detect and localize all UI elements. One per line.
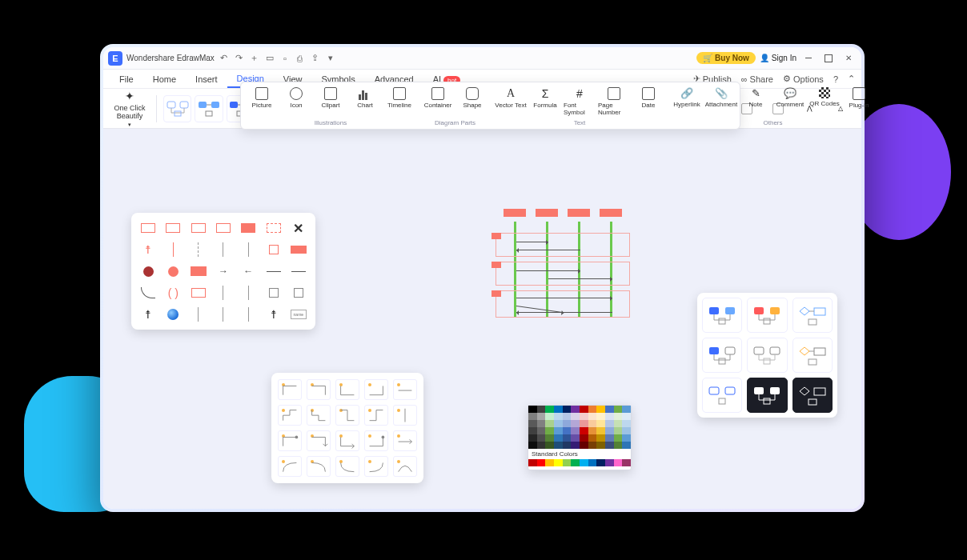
shape-vline-red[interactable] <box>163 241 183 258</box>
shape-vline-t[interactable] <box>213 284 234 302</box>
color-swatch[interactable] <box>605 427 614 434</box>
color-swatch[interactable] <box>622 420 631 427</box>
insert-hyperlink[interactable]: 🔗Hyperlink <box>671 84 703 109</box>
shape-frame-2[interactable] <box>163 219 183 237</box>
shape-vline-g[interactable] <box>188 306 209 323</box>
window-minimize-button[interactable] <box>800 51 817 66</box>
color-swatch[interactable] <box>545 413 554 420</box>
color-swatch[interactable] <box>554 442 563 449</box>
color-swatch[interactable] <box>554 427 563 434</box>
color-swatch[interactable] <box>588 406 597 413</box>
conn-16[interactable] <box>278 456 302 477</box>
theme-card-7[interactable] <box>702 378 742 413</box>
color-swatch[interactable] <box>571 413 580 420</box>
theme-card-3[interactable] <box>792 298 833 333</box>
color-swatch[interactable] <box>545 427 554 434</box>
color-swatch[interactable] <box>614 434 623 442</box>
color-swatch[interactable] <box>614 442 623 449</box>
color-swatch[interactable] <box>580 420 588 427</box>
color-swatch[interactable] <box>545 434 554 442</box>
theme-style-2[interactable] <box>195 95 223 122</box>
shape-actor-icon[interactable]: ☨ <box>138 241 158 258</box>
shape-actor-2[interactable]: ☨ <box>138 306 158 323</box>
insert-shape[interactable]: Shape <box>456 84 488 109</box>
insert-attachment[interactable]: 📎Attachment <box>705 84 737 109</box>
insert-clipart[interactable]: Clipart <box>315 84 347 109</box>
color-swatch[interactable] <box>571 434 580 442</box>
insert-comment[interactable]: 💬Comment <box>774 84 806 109</box>
shape-globe[interactable] <box>163 306 183 323</box>
insert-plugin[interactable]: Plug-in <box>843 84 875 109</box>
color-swatch[interactable] <box>622 427 631 434</box>
insert-chart[interactable]: Chart <box>349 84 381 109</box>
share-button[interactable]: ∞Share <box>741 74 773 84</box>
buy-now-button[interactable]: 🛒Buy Now <box>696 52 756 64</box>
color-swatch[interactable] <box>622 459 631 466</box>
shape-box-t[interactable] <box>263 284 283 302</box>
shape-frame-4[interactable] <box>213 219 234 237</box>
color-swatch[interactable] <box>614 413 623 420</box>
insert-timeline[interactable]: Timeline <box>383 84 415 109</box>
insert-picture[interactable]: Picture <box>246 84 278 109</box>
color-swatch[interactable] <box>605 406 614 413</box>
insert-note[interactable]: ✎Note <box>740 84 772 109</box>
shape-box-t2[interactable] <box>288 284 309 302</box>
color-swatch[interactable] <box>622 413 631 420</box>
color-swatch[interactable] <box>571 420 580 427</box>
color-swatch[interactable] <box>528 406 537 413</box>
color-swatch[interactable] <box>614 459 623 466</box>
color-swatch[interactable] <box>554 406 563 413</box>
conn-7[interactable] <box>307 405 331 426</box>
shape-namebox[interactable]: name <box>288 306 309 323</box>
insert-font-symbol[interactable]: #Font Symbol <box>564 84 596 116</box>
conn-2[interactable] <box>307 379 331 400</box>
shape-arc-down[interactable] <box>138 284 158 302</box>
color-swatch[interactable] <box>528 442 537 449</box>
color-swatch[interactable] <box>554 413 563 420</box>
conn-4[interactable] <box>364 379 388 400</box>
theme-card-4[interactable] <box>702 338 742 373</box>
insert-qr[interactable]: QR Codes <box>809 84 841 109</box>
canvas[interactable]: ✕ ☨ ( ) <box>103 129 861 509</box>
color-swatch[interactable] <box>571 459 580 466</box>
shape-vline-dash[interactable] <box>188 241 209 258</box>
color-swatch[interactable] <box>571 406 580 413</box>
color-swatch[interactable] <box>614 420 623 427</box>
color-swatch[interactable] <box>545 442 554 449</box>
color-swatch[interactable] <box>537 427 546 434</box>
insert-date[interactable]: Date <box>632 84 664 116</box>
conn-12[interactable] <box>307 430 331 451</box>
conn-6[interactable] <box>278 405 302 426</box>
open-icon[interactable]: ▭ <box>264 53 275 64</box>
color-swatch[interactable] <box>545 420 554 427</box>
color-swatch[interactable] <box>588 413 597 420</box>
color-swatch[interactable] <box>528 459 537 466</box>
color-swatch[interactable] <box>605 413 614 420</box>
color-swatch[interactable] <box>571 442 580 449</box>
color-swatch[interactable] <box>596 420 605 427</box>
conn-8[interactable] <box>335 405 359 426</box>
color-swatch[interactable] <box>537 442 546 449</box>
color-swatch[interactable] <box>563 427 572 434</box>
color-swatch[interactable] <box>622 442 631 449</box>
color-swatch[interactable] <box>596 459 605 466</box>
shape-actor-3[interactable]: ☨ <box>263 306 283 323</box>
color-swatch[interactable] <box>588 442 597 449</box>
conn-10[interactable] <box>393 405 417 426</box>
shape-frame-3[interactable] <box>188 219 209 237</box>
conn-9[interactable] <box>364 405 388 426</box>
shape-fill-rect[interactable] <box>238 219 259 237</box>
color-swatch[interactable] <box>563 420 572 427</box>
conn-11[interactable] <box>278 430 302 451</box>
color-swatch[interactable] <box>528 420 537 427</box>
theme-style-1[interactable] <box>163 95 191 122</box>
insert-container[interactable]: Container <box>422 84 454 109</box>
shape-arrow-left[interactable] <box>238 262 259 280</box>
theme-card-2[interactable] <box>747 298 787 333</box>
color-swatch[interactable] <box>537 413 546 420</box>
insert-icon[interactable]: Icon <box>280 84 312 109</box>
color-swatch[interactable] <box>580 413 588 420</box>
one-click-beautify-button[interactable]: ✦ One Click Beautify ▾ <box>110 90 150 128</box>
theme-card-6[interactable] <box>792 338 833 373</box>
color-swatch[interactable] <box>580 427 588 434</box>
